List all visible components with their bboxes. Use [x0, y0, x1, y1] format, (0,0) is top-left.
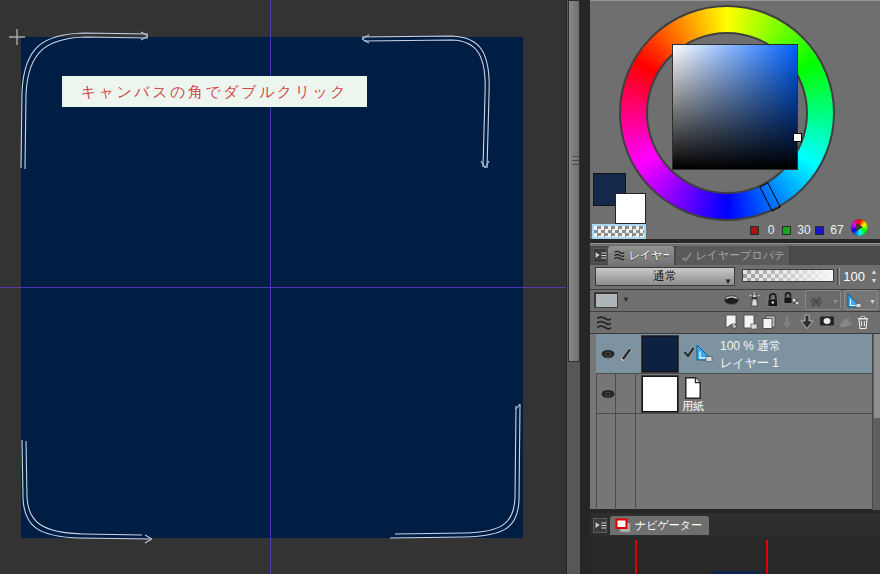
tab-layer-property[interactable]: レイヤープロパティ [676, 246, 789, 265]
new-layer-folder-button[interactable] [760, 313, 777, 331]
layer-name[interactable]: レイヤー 1 [720, 355, 779, 372]
transfer-to-lower-layer-button[interactable] [779, 313, 796, 331]
scrollbar-grip-icon [572, 156, 579, 168]
chevron-down-icon: ▼ [724, 273, 732, 290]
tab-layers-label: レイヤー [629, 248, 669, 263]
opacity-value: 100 [841, 268, 865, 285]
navigator-view[interactable] [590, 537, 880, 574]
canvas-scrollbar[interactable] [566, 0, 580, 574]
navigator-page-guide [635, 540, 637, 574]
layer-row-paper[interactable]: 用紙 [596, 374, 872, 414]
navigator-panel-menu-button[interactable] [593, 518, 607, 533]
layer-list: 100 % 通常 レイヤー 1 用紙 [590, 333, 880, 509]
layer-color-dropdown-icon[interactable]: ▼ [618, 292, 634, 308]
spin-up-icon[interactable]: ▲ [869, 267, 879, 276]
layer-name[interactable]: 用紙 [682, 399, 704, 414]
layers-tabbar: レイヤー レイヤープロパティ [590, 246, 880, 265]
horizontal-guide-line [0, 287, 566, 288]
new-vector-layer-button[interactable] [741, 313, 758, 331]
layer-property-icon [681, 250, 692, 262]
divider [590, 311, 880, 312]
saturation-value-square[interactable] [672, 44, 798, 170]
green-value: 30 [794, 223, 814, 237]
navigator-icon [615, 518, 632, 534]
layer-opacity-blend-label: 100 % 通常 [720, 338, 781, 355]
layer-list-scrollbar-thumb[interactable] [874, 334, 880, 418]
chevron-down-icon: ▼ [832, 298, 839, 305]
paper-icon [682, 376, 704, 400]
blend-mode-value: 通常 [653, 269, 677, 283]
sv-cursor[interactable] [793, 133, 802, 142]
lock-transparent-pixels-button[interactable] [782, 291, 799, 309]
tab-layer-property-label: レイヤープロパティ [695, 248, 784, 263]
delete-layer-button[interactable] [855, 313, 872, 331]
apply-mask-button-disabled[interactable] [837, 313, 854, 331]
tab-navigator-label: ナビゲーター [635, 518, 702, 533]
layer-visibility-toggle[interactable] [600, 386, 616, 402]
panel-menu-icon [594, 249, 607, 262]
transparent-color-swatch[interactable] [592, 224, 646, 239]
navigator-page-guide [766, 540, 768, 574]
reference-layer-button[interactable] [747, 291, 764, 309]
opacity-slider[interactable] [742, 269, 834, 282]
layer-thumbnail[interactable] [642, 336, 678, 372]
layer-row-selected[interactable]: 100 % 通常 レイヤー 1 [596, 334, 872, 374]
color-wheel-panel: 0 30 67 [590, 0, 880, 239]
spin-down-icon[interactable]: ▼ [869, 276, 879, 285]
canvas-scrollbar-thumb[interactable] [568, 0, 580, 362]
mask-indicator-disabled-button[interactable]: ▼ [805, 290, 841, 310]
clip-to-layer-below-button[interactable] [723, 291, 740, 309]
layer-color-swatch[interactable] [594, 292, 618, 308]
blue-value: 67 [827, 223, 847, 237]
layers-panel: レイヤー レイヤープロパティ 通常 ▼ 100 ▲ ▼ ▼ [590, 243, 880, 508]
opacity-spinner[interactable]: ▲ ▼ [869, 267, 879, 287]
layers-stack-icon [613, 249, 626, 262]
red-channel-icon [750, 226, 759, 235]
chevron-down-icon: ▼ [869, 298, 876, 305]
layers-panel-menu-button[interactable] [593, 248, 607, 263]
blue-channel-icon [815, 226, 824, 235]
merge-down-button[interactable] [798, 313, 815, 331]
background-color-swatch[interactable] [615, 193, 646, 224]
layers-list-icon [594, 314, 614, 332]
editing-target-pen-icon [618, 344, 634, 362]
tab-layers[interactable]: レイヤー [608, 246, 674, 265]
divider [590, 289, 880, 290]
ruler-icon [694, 342, 714, 364]
tab-navigator[interactable]: ナビゲーター [610, 516, 709, 535]
color-wheel-toggle-icon[interactable] [851, 219, 868, 236]
create-layer-mask-button[interactable] [818, 313, 835, 331]
new-raster-layer-button[interactable] [723, 313, 740, 331]
canvas-annotation: キャンバスの角でダブルクリック [62, 76, 367, 107]
layer-visibility-toggle[interactable] [600, 346, 616, 362]
blend-mode-select[interactable]: 通常 ▼ [595, 267, 735, 286]
layer-thumbnail[interactable] [642, 376, 678, 412]
canvas-viewport[interactable]: キャンバスの角でダブルクリック [0, 0, 566, 574]
layer-list-scrollbar[interactable] [872, 334, 880, 510]
ruler-button[interactable]: ▼ [844, 290, 878, 310]
lock-layer-button[interactable] [765, 291, 782, 309]
opacity-groove [837, 268, 840, 285]
green-channel-icon [782, 226, 791, 235]
navigator-panel: ナビゲーター [590, 513, 880, 574]
red-value: 0 [763, 223, 779, 237]
app-window: キャンバスの角でダブルクリック [0, 0, 880, 574]
